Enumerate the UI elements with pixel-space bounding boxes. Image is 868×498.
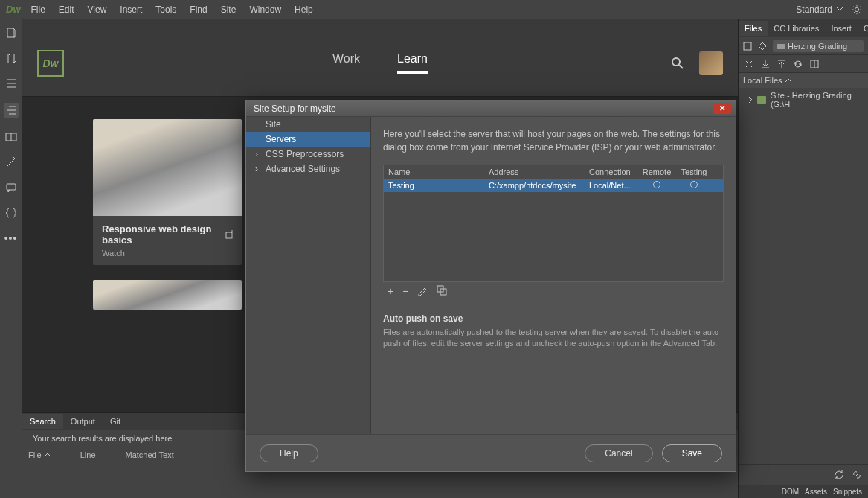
card-subtitle: Watch <box>102 249 233 258</box>
menu-site[interactable]: Site <box>221 4 237 15</box>
sort-up-icon <box>785 77 791 83</box>
sidebar-item-servers[interactable]: Servers <box>246 132 370 147</box>
put-icon[interactable] <box>777 60 786 68</box>
col-testing[interactable]: Testing <box>675 167 713 176</box>
tutorial-card-2[interactable] <box>93 280 242 310</box>
menu-find[interactable]: Find <box>190 4 207 15</box>
svg-rect-9 <box>777 44 785 49</box>
user-avatar[interactable] <box>699 51 723 75</box>
menu-tools[interactable]: Tools <box>155 4 176 15</box>
cancel-button[interactable]: Cancel <box>585 444 652 462</box>
dialog-close-button[interactable]: ✕ <box>713 103 731 114</box>
duplicate-server-button[interactable] <box>437 285 447 296</box>
sidebar-item-site[interactable]: Site <box>246 117 370 132</box>
server-address: C:/xampp/htdocs/mysite <box>489 181 589 190</box>
arrows-tool-icon[interactable] <box>5 52 17 64</box>
right-panel: Files CC Libraries Insert CSS Des Herzin… <box>738 19 868 498</box>
rp-tab-insert[interactable]: Insert <box>825 21 858 36</box>
server-row[interactable]: Testing C:/xampp/htdocs/mysite Local/Net… <box>384 179 723 192</box>
folder-icon <box>757 96 766 104</box>
wand-tool-icon[interactable] <box>5 156 17 168</box>
menu-view[interactable]: View <box>88 4 107 15</box>
file-tool-icon[interactable] <box>5 27 17 39</box>
dialog-main: Here you'll select the server that will … <box>371 117 736 434</box>
site-icon[interactable] <box>758 42 767 51</box>
local-files-header[interactable]: Local Files <box>739 73 868 88</box>
bottom-tab-output[interactable]: Output <box>63 414 103 429</box>
site-setup-dialog: Site Setup for mysite ✕ Site Servers ›CS… <box>245 100 736 472</box>
link-icon[interactable] <box>852 470 862 480</box>
ftp-icon[interactable] <box>743 42 752 51</box>
site-folder-item[interactable]: Site - Herzing Grading (G:\H <box>739 88 868 112</box>
sidebar-item-advanced[interactable]: ›Advanced Settings <box>246 162 370 176</box>
card-thumbnail <box>93 119 242 216</box>
add-server-button[interactable]: + <box>388 285 393 297</box>
col-remote[interactable]: Remote <box>638 167 675 176</box>
card-title-text: Responsive web design basics <box>102 223 221 246</box>
dom-panel-tab[interactable]: DOM <box>782 488 799 496</box>
dialog-title-text: Site Setup for mysite <box>254 103 336 114</box>
server-connection: Local/Net... <box>589 181 638 190</box>
remote-radio[interactable] <box>653 181 660 188</box>
split-tool-icon[interactable] <box>5 131 17 143</box>
list-indent-tool-icon[interactable] <box>5 104 17 116</box>
bottom-tab-search[interactable]: Search <box>22 414 63 429</box>
sync-settings-icon[interactable] <box>852 4 862 15</box>
list-tool-icon[interactable] <box>5 77 17 89</box>
menu-help[interactable]: Help <box>295 4 313 15</box>
help-button[interactable]: Help <box>260 444 318 462</box>
connect-icon[interactable] <box>745 60 753 68</box>
edit-server-button[interactable] <box>417 285 428 296</box>
rp-tab-cclib[interactable]: CC Libraries <box>768 21 825 36</box>
dialog-description: Here you'll select the server that will … <box>383 127 724 154</box>
dw-box-logo: Dw <box>37 50 64 77</box>
workspace-dropdown[interactable]: Standard <box>796 4 843 15</box>
menu-edit[interactable]: Edit <box>59 4 74 15</box>
col-name[interactable]: Name <box>388 167 489 176</box>
chevron-right-icon <box>748 97 753 103</box>
menu-file[interactable]: File <box>31 4 45 15</box>
search-col-matched[interactable]: Matched Text <box>126 450 174 459</box>
autopush-description: Files are automatically pushed to the te… <box>383 327 724 350</box>
bottom-tab-git[interactable]: Git <box>103 414 128 429</box>
tutorial-card[interactable]: Responsive web design basics Watch <box>93 119 242 265</box>
sync-icon[interactable] <box>794 60 803 68</box>
comment-tool-icon[interactable] <box>5 182 17 194</box>
site-dropdown[interactable]: Herzing Grading <box>773 40 864 52</box>
rp-tab-css[interactable]: CSS Des <box>858 21 868 36</box>
col-address[interactable]: Address <box>489 167 589 176</box>
workspace-label: Standard <box>796 4 832 15</box>
card-thumbnail-2 <box>93 280 242 310</box>
dw-logo: Dw <box>6 4 21 15</box>
refresh-icon[interactable] <box>834 470 844 480</box>
sidebar-item-css-preproc[interactable]: ›CSS Preprocessors <box>246 147 370 162</box>
tab-learn[interactable]: Learn <box>397 52 428 74</box>
search-icon[interactable] <box>671 57 684 70</box>
site-folder-label: Site - Herzing Grading (G:\H <box>771 91 859 109</box>
autopush-heading: Auto push on save <box>383 313 724 324</box>
col-connection[interactable]: Connection <box>589 167 638 176</box>
save-button[interactable]: Save <box>662 444 722 462</box>
testing-radio[interactable] <box>690 181 698 188</box>
search-col-line[interactable]: Line <box>80 450 96 459</box>
snippets-panel-tab[interactable]: Snippets <box>833 488 862 496</box>
svg-point-5 <box>672 58 680 66</box>
more-tools-icon[interactable]: ••• <box>4 232 18 244</box>
dialog-sidebar: Site Servers ›CSS Preprocessors ›Advance… <box>246 117 371 434</box>
search-col-file[interactable]: File <box>28 450 51 459</box>
dialog-title-bar[interactable]: Site Setup for mysite ✕ <box>246 100 736 117</box>
expand-icon[interactable] <box>810 60 819 68</box>
assets-panel-tab[interactable]: Assets <box>805 488 827 496</box>
chevron-right-icon: › <box>255 164 258 174</box>
remove-server-button[interactable]: − <box>402 285 408 297</box>
tab-work[interactable]: Work <box>332 52 360 74</box>
menu-insert[interactable]: Insert <box>120 4 142 15</box>
menu-window[interactable]: Window <box>249 4 281 15</box>
svg-rect-8 <box>744 42 751 50</box>
get-icon[interactable] <box>761 60 770 68</box>
chevron-down-icon <box>837 7 843 11</box>
external-link-icon <box>225 230 233 239</box>
braces-tool-icon[interactable] <box>5 207 17 219</box>
dialog-button-bar: Help Cancel Save <box>246 434 736 471</box>
rp-tab-files[interactable]: Files <box>739 21 768 36</box>
